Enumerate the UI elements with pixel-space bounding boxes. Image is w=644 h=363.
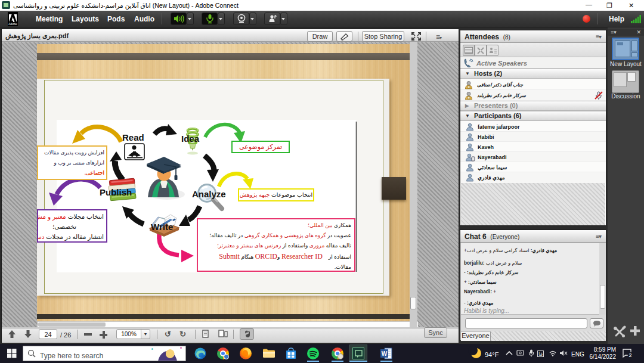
svg-text:W: W (382, 350, 388, 357)
svg-text:Adobe: Adobe (8, 22, 17, 26)
svg-text:2: 2 (628, 352, 631, 358)
